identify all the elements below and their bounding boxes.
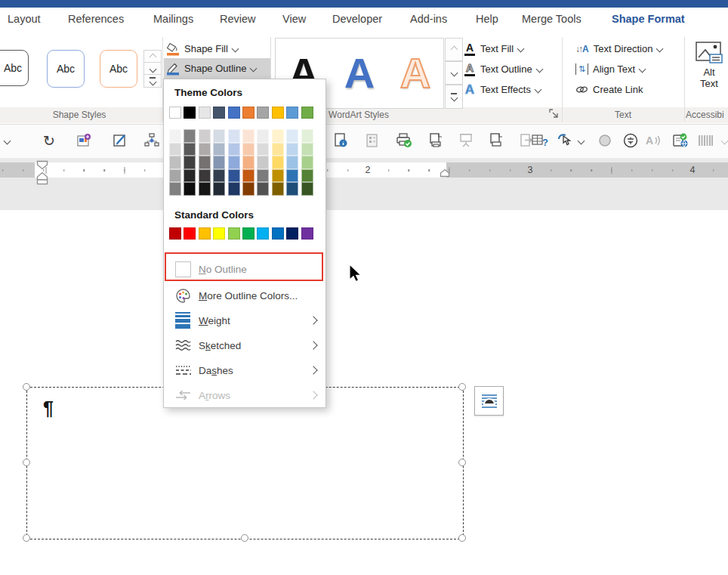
color-swatch[interactable]	[213, 129, 225, 143]
color-swatch[interactable]	[213, 182, 225, 196]
alt-text-button[interactable]: Alt Text	[690, 41, 728, 89]
color-swatch[interactable]	[272, 143, 284, 156]
translate-icon[interactable]	[671, 131, 690, 150]
shape-style-preset-1[interactable]: Abc	[0, 50, 29, 86]
color-swatch[interactable]	[228, 182, 240, 196]
color-swatch[interactable]	[169, 182, 181, 196]
color-swatch[interactable]	[272, 129, 284, 143]
color-swatch[interactable]	[301, 169, 313, 183]
menu-item-dashes[interactable]: Dashes	[164, 359, 325, 382]
tab-shape-format[interactable]: Shape Format	[612, 13, 685, 25]
shape-fill-button[interactable]: Shape Fill	[166, 39, 238, 58]
color-swatch[interactable]	[169, 107, 181, 119]
color-swatch[interactable]	[257, 143, 269, 156]
org-chart-icon[interactable]	[142, 131, 162, 150]
indent-markers[interactable]	[36, 160, 48, 185]
overflow-chevron-icon[interactable]	[0, 131, 17, 150]
color-swatch[interactable]	[286, 156, 298, 169]
text-outline-button[interactable]: A Text Outline	[464, 60, 542, 79]
color-swatch[interactable]	[272, 107, 284, 119]
tab-review[interactable]: Review	[220, 13, 256, 25]
color-swatch[interactable]	[301, 182, 313, 196]
shape-styles-more-button[interactable]	[143, 74, 162, 88]
doc-properties-icon[interactable]	[362, 131, 382, 150]
color-swatch[interactable]	[257, 227, 269, 240]
tab-addins[interactable]: Add-ins	[410, 13, 447, 25]
resize-handle-top-left[interactable]	[23, 383, 30, 391]
color-swatch[interactable]	[242, 143, 254, 156]
wordart-more-button[interactable]	[445, 85, 463, 109]
color-swatch[interactable]	[169, 227, 181, 240]
resize-handle-top-right[interactable]	[458, 383, 466, 391]
tab-help[interactable]: Help	[476, 13, 498, 25]
barcode-chevron-icon[interactable]	[714, 131, 728, 150]
menu-item-more-outline-colors[interactable]: More Outline Colors...	[164, 284, 325, 307]
color-swatch[interactable]	[286, 227, 298, 240]
align-text-button[interactable]: ⇅ Align Text	[575, 60, 645, 79]
color-swatch[interactable]	[213, 227, 225, 240]
shape-style-preset-2[interactable]: Abc	[47, 50, 85, 88]
menu-item-weight[interactable]: Weight	[164, 309, 325, 332]
record-icon[interactable]	[595, 131, 615, 150]
horizontal-ruler[interactable]: 2 3 4	[0, 162, 728, 178]
shape-style-preset-3[interactable]: Abc	[100, 50, 137, 88]
color-swatch[interactable]	[169, 143, 181, 156]
color-swatch[interactable]	[242, 156, 254, 169]
text-box-shape[interactable]	[26, 387, 464, 539]
document-canvas[interactable]: ¶	[0, 210, 728, 575]
color-swatch[interactable]	[184, 156, 196, 169]
color-swatch[interactable]	[242, 169, 254, 183]
color-swatch[interactable]	[169, 169, 181, 183]
resize-handle-middle-left[interactable]	[23, 459, 30, 466]
print-doc-icon[interactable]	[486, 131, 506, 150]
tab-mailings[interactable]: Mailings	[153, 13, 193, 25]
color-swatch[interactable]	[242, 182, 254, 196]
doc-info-icon[interactable]	[331, 131, 350, 150]
color-swatch[interactable]	[301, 156, 313, 169]
color-swatch[interactable]	[286, 182, 298, 196]
color-swatch[interactable]	[184, 129, 196, 143]
wordart-style-blue[interactable]: A	[344, 52, 375, 94]
tab-merge-tools[interactable]: Merge Tools	[522, 13, 581, 25]
text-fill-button[interactable]: A Text Fill	[464, 39, 523, 58]
menu-item-sketched[interactable]: Sketched	[164, 334, 325, 357]
color-swatch[interactable]	[213, 107, 225, 119]
shape-outline-button[interactable]: Shape Outline	[166, 59, 256, 78]
color-swatch[interactable]	[228, 129, 240, 143]
color-swatch[interactable]	[242, 107, 254, 119]
resize-handle-bottom-center[interactable]	[241, 534, 248, 542]
color-swatch[interactable]	[272, 169, 284, 183]
color-swatch[interactable]	[257, 156, 269, 169]
color-swatch[interactable]	[257, 169, 269, 183]
color-swatch[interactable]	[301, 107, 313, 119]
color-swatch[interactable]	[199, 182, 211, 196]
color-swatch[interactable]	[228, 107, 240, 119]
color-swatch[interactable]	[199, 156, 211, 169]
color-swatch[interactable]	[286, 129, 298, 143]
read-aloud-icon[interactable]: A	[643, 131, 663, 150]
color-swatch[interactable]	[228, 169, 240, 183]
color-swatch[interactable]	[199, 107, 211, 119]
resize-handle-bottom-right[interactable]	[458, 534, 466, 542]
touch-mode-chevron-icon[interactable]	[571, 131, 591, 150]
color-swatch[interactable]	[199, 143, 211, 156]
right-indent-marker[interactable]	[440, 168, 450, 178]
color-swatch[interactable]	[272, 182, 284, 196]
wordart-scroll-up-button[interactable]	[445, 38, 463, 61]
color-swatch[interactable]	[272, 227, 284, 240]
text-direction-button[interactable]: ↓↑ A Text Direction	[575, 39, 662, 58]
resize-handle-bottom-left[interactable]	[23, 534, 30, 542]
color-swatch[interactable]	[301, 143, 313, 156]
color-swatch[interactable]	[199, 227, 211, 240]
color-swatch[interactable]	[242, 129, 254, 143]
tab-developer[interactable]: Developer	[332, 13, 382, 25]
color-swatch[interactable]	[286, 169, 298, 183]
color-swatch[interactable]	[301, 227, 313, 240]
quick-print-icon[interactable]	[394, 131, 414, 150]
barcode-icon[interactable]	[696, 131, 716, 150]
color-swatch[interactable]	[257, 107, 269, 119]
color-swatch[interactable]	[272, 156, 284, 169]
color-swatch[interactable]	[228, 143, 240, 156]
color-swatch[interactable]	[213, 169, 225, 183]
color-swatch[interactable]	[184, 107, 196, 119]
